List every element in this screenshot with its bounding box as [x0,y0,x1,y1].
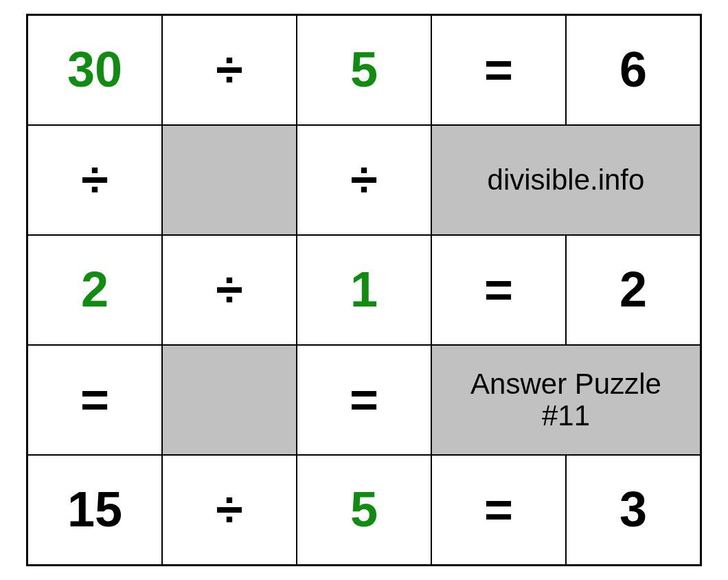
site-label: divisible.info [431,125,701,235]
r3-result: 2 [566,235,701,345]
r5-operand-b: 5 [297,455,431,565]
r3-equals: = [431,235,566,345]
r1-result: 6 [566,15,701,125]
r1-operator: ÷ [162,15,297,125]
r4-col1-equals: = [27,345,162,455]
answer-label: Answer Puzzle #11 [431,345,701,455]
r4-col3-equals: = [297,345,431,455]
r2-col3-operator: ÷ [297,125,431,235]
r1-equals: = [431,15,566,125]
r5-result: 3 [566,455,701,565]
r5-operand-a: 15 [27,455,162,565]
r2-col2-blank [162,125,297,235]
r5-operator: ÷ [162,455,297,565]
r1-operand-b: 5 [297,15,431,125]
r3-operand-a: 2 [27,235,162,345]
r3-operator: ÷ [162,235,297,345]
r5-equals: = [431,455,566,565]
r1-operand-a: 30 [27,15,162,125]
division-puzzle-grid: 30 ÷ 5 = 6 ÷ ÷ divisible.info 2 ÷ 1 = 2 … [26,14,702,566]
r3-operand-b: 1 [297,235,431,345]
r2-col1-operator: ÷ [27,125,162,235]
r4-col2-blank [162,345,297,455]
